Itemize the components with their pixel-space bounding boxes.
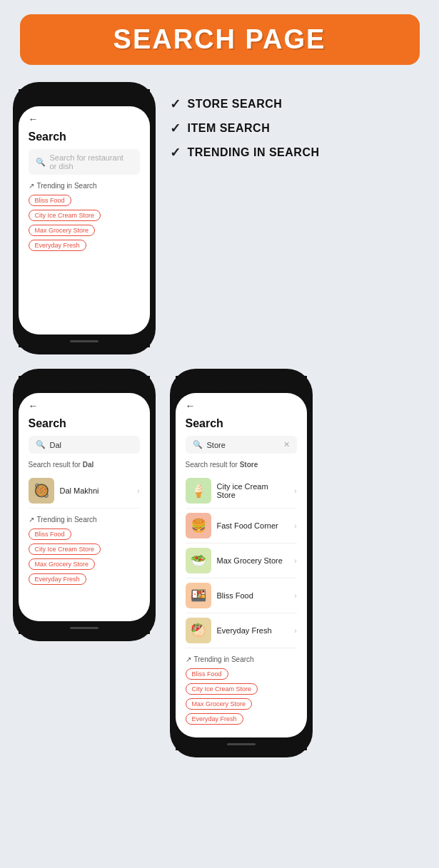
result-fast-food[interactable]: 🍔 Fast Food Corner › (186, 509, 297, 543)
phone-2-trending-label: ↗ Trending in Search (29, 516, 140, 524)
phone-1-home-bar (19, 335, 150, 347)
phone-1-tags: Bliss Food City Ice Cream Store Max Groc… (29, 195, 140, 251)
phone-2-search-bar[interactable]: 🔍 Dal (29, 436, 140, 454)
search-icon: 🔍 (36, 158, 46, 167)
phone-3-screen-wrapper: ← Search 🔍 Store ✕ Search result for Sto… (176, 393, 307, 737)
phone-1-trending-label: ↗ Trending in Search (29, 182, 140, 190)
tag-everyday-fresh[interactable]: Everyday Fresh (29, 240, 86, 251)
phone-2-home-bar (19, 621, 150, 634)
phone-2: ← Search 🔍 Dal Search result for Dal 🥘 D… (13, 369, 156, 641)
phone-2-notch-bar (19, 376, 150, 393)
phone-2-tags: Bliss Food City Ice Cream Store Max Groc… (29, 529, 140, 585)
feature-label-2: ITEM SEARCH (188, 122, 271, 135)
tag3-city-ice-cream[interactable]: City Ice Cream Store (186, 683, 258, 695)
result-name-fast-food: Fast Food Corner (217, 521, 289, 530)
phone-1: ← Search 🔍 Search for restaurant or dish… (13, 82, 156, 354)
banner: SEARCH PAGE (20, 14, 420, 65)
result-name-max-grocery: Max Grocery Store (217, 556, 289, 565)
trend-icon: ↗ (29, 182, 34, 190)
phone-2-title: Search (29, 417, 140, 430)
tag3-max-grocery[interactable]: Max Grocery Store (186, 698, 253, 710)
chevron-icon-3: › (294, 557, 296, 565)
chevron-icon-5: › (294, 627, 296, 635)
result-img-everyday-fresh: 🥙 (186, 618, 211, 643)
features-list: ✓ STORE SEARCH ✓ ITEM SEARCH ✓ TRENDING … (170, 82, 427, 169)
result-max-grocery[interactable]: 🥗 Max Grocery Store › (186, 543, 297, 578)
phone-1-notch (63, 89, 106, 102)
search-icon-2: 🔍 (36, 440, 46, 449)
phone-2-search-value: Dal (50, 441, 62, 449)
phone-1-title: Search (29, 131, 140, 143)
phone-1-home-indicator (70, 340, 99, 342)
clear-icon[interactable]: ✕ (283, 440, 290, 449)
phone-1-search-placeholder: Search for restaurant or dish (50, 153, 133, 170)
phone-3-notch (220, 376, 263, 389)
main-row: ← Search 🔍 Search for restaurant or dish… (13, 82, 427, 354)
phone-3: ← Search 🔍 Store ✕ Search result for Sto… (170, 369, 313, 757)
phone-1-search-bar[interactable]: 🔍 Search for restaurant or dish (29, 149, 140, 175)
trend-icon-3: ↗ (186, 655, 191, 663)
phone-3-back-arrow[interactable]: ← (186, 400, 297, 412)
phone-3-keyword: Store (240, 461, 258, 469)
tag2-city-ice-cream[interactable]: City Ice Cream Store (29, 543, 101, 555)
result-bliss-food[interactable]: 🍱 Bliss Food › (186, 578, 297, 613)
phone-3-search-value: Store (207, 441, 226, 449)
search-icon-3: 🔍 (193, 440, 203, 449)
phone-3-screen: ← Search 🔍 Store ✕ Search result for Sto… (176, 393, 307, 737)
tag-max-grocery[interactable]: Max Grocery Store (29, 225, 96, 236)
check-icon-2: ✓ (170, 121, 181, 136)
phone-1-notch-bar (19, 89, 150, 106)
phone-3-home-indicator (227, 743, 256, 745)
bottom-row: ← Search 🔍 Dal Search result for Dal 🥘 D… (13, 369, 427, 757)
check-icon-1: ✓ (170, 96, 181, 112)
tag3-bliss-food[interactable]: Bliss Food (186, 668, 228, 680)
result-img-dal: 🥘 (29, 478, 54, 504)
result-dal-makhni[interactable]: 🥘 Dal Makhni › (29, 474, 140, 509)
tag2-everyday-fresh[interactable]: Everyday Fresh (29, 573, 86, 585)
result-img-bliss-food: 🍱 (186, 583, 211, 608)
tag2-bliss-food[interactable]: Bliss Food (29, 529, 71, 540)
feature-label-3: TRENDING IN SEARCH (188, 146, 320, 159)
feature-trending-search: ✓ TRENDING IN SEARCH (170, 145, 427, 160)
phone-2-screen-wrapper: ← Search 🔍 Dal Search result for Dal 🥘 D… (19, 393, 150, 621)
phone-2-keyword: Dal (83, 461, 94, 469)
phone-3-tags: Bliss Food City Ice Cream Store Max Groc… (186, 668, 297, 725)
feature-item-search: ✓ ITEM SEARCH (170, 121, 427, 136)
chevron-icon-4: › (294, 592, 296, 600)
tag-city-ice-cream[interactable]: City Ice Cream Store (29, 210, 101, 221)
result-img-city: 🍦 (186, 478, 211, 504)
result-name-city: City ice Cream Store (217, 482, 289, 499)
phone-3-home-bar (176, 737, 307, 750)
tag3-everyday-fresh[interactable]: Everyday Fresh (186, 713, 243, 725)
phone-2-home-indicator (70, 627, 99, 629)
result-everyday-fresh[interactable]: 🥙 Everyday Fresh › (186, 613, 297, 648)
trend-icon-2: ↗ (29, 516, 34, 524)
phone-3-trending-label: ↗ Trending in Search (186, 655, 297, 663)
phone-2-result-label: Search result for Dal (29, 461, 140, 469)
phone-1-screen-wrapper: ← Search 🔍 Search for restaurant or dish… (19, 106, 150, 335)
banner-title: SEARCH PAGE (20, 24, 420, 55)
check-icon-3: ✓ (170, 145, 181, 160)
phone-2-screen: ← Search 🔍 Dal Search result for Dal 🥘 D… (19, 393, 150, 621)
feature-store-search: ✓ STORE SEARCH (170, 96, 427, 112)
phone-2-notch (63, 376, 106, 389)
phone-1-screen: ← Search 🔍 Search for restaurant or dish… (19, 106, 150, 335)
phone-3-notch-bar (176, 376, 307, 393)
chevron-icon-1: › (294, 487, 296, 495)
chevron-icon-2: › (294, 522, 296, 530)
phone-2-back-arrow[interactable]: ← (29, 400, 140, 412)
result-name-dal: Dal Makhni (60, 486, 132, 495)
phone-3-result-label: Search result for Store (186, 461, 297, 469)
phone-3-search-bar[interactable]: 🔍 Store ✕ (186, 436, 297, 454)
tag-bliss-food[interactable]: Bliss Food (29, 195, 71, 206)
result-name-bliss-food: Bliss Food (217, 591, 289, 600)
result-city-ice-cream[interactable]: 🍦 City ice Cream Store › (186, 474, 297, 509)
result-img-max-grocery: 🥗 (186, 548, 211, 573)
chevron-icon: › (137, 487, 139, 495)
feature-label-1: STORE SEARCH (188, 98, 283, 111)
result-name-everyday-fresh: Everyday Fresh (217, 626, 289, 635)
tag2-max-grocery[interactable]: Max Grocery Store (29, 558, 96, 570)
phone-1-back-arrow[interactable]: ← (29, 113, 140, 125)
phone-3-title: Search (186, 417, 297, 430)
result-img-fast-food: 🍔 (186, 513, 211, 538)
